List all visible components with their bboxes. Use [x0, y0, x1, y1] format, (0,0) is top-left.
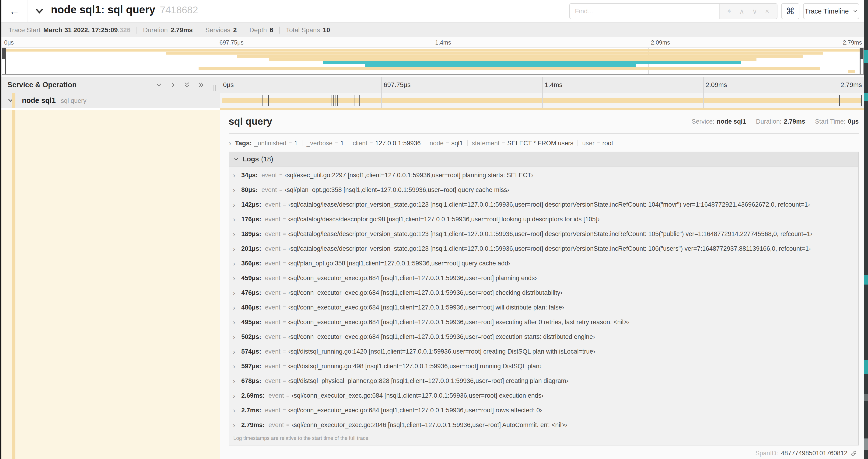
log-row[interactable]: ›201μs:event=‹sql/catalog/lease/descript…	[229, 241, 858, 256]
log-timestamp: 678μs:	[241, 378, 261, 385]
span-row-node-sql1: node sql1sql query	[1, 93, 864, 108]
log-row[interactable]: ›476μs:event=‹sql/conn_executor_exec.go:…	[229, 286, 858, 300]
separator	[243, 27, 243, 34]
collapse-trace-icon[interactable]	[34, 6, 44, 17]
chevron-right-icon: ›	[233, 392, 240, 399]
log-row[interactable]: ›34μs:event=‹sql/exec_util.go:2297 [nsql…	[229, 168, 858, 183]
span-name-cell[interactable]: node sql1sql query	[1, 93, 220, 108]
service-color-stripe	[12, 110, 16, 459]
chevron-right-icon: ›	[233, 319, 240, 326]
equals-sign: =	[286, 393, 289, 399]
separator	[302, 140, 302, 146]
tag-value: SELECT * FROM users	[507, 140, 573, 147]
jaeger-trace-page: ← node sql1: sql query7418682 ⌖∧∨× ⌘ Tra…	[0, 0, 868, 459]
log-row[interactable]: ›80μs:event=‹sql/plan_opt.go:358 [nsql1,…	[229, 183, 858, 197]
clear-icon[interactable]: ×	[765, 7, 769, 15]
log-row[interactable]: ›486μs:event=‹sql/conn_executor_exec.go:…	[229, 300, 858, 315]
chevron-right-icon: ›	[233, 172, 240, 179]
log-row[interactable]: ›2.69ms:event=‹sql/conn_executor_exec.go…	[229, 388, 858, 403]
minimap-left-handle[interactable]	[2, 48, 6, 59]
column-resizer-grip[interactable]	[214, 85, 216, 91]
span-detail-panel: sql query Service:node sql1Duration:2.79…	[220, 110, 864, 459]
log-field-value: ‹sql/conn_executor_exec.go:684 [nsql1,cl…	[288, 319, 629, 326]
chevron-down-icon[interactable]: ∨	[752, 7, 757, 15]
log-field-value: ‹sql/catalog/descs/descriptor.go:98 [nsq…	[288, 216, 599, 223]
gridline	[381, 77, 382, 93]
log-timestamp: 597μs:	[241, 363, 261, 370]
chevron-down-icon	[852, 7, 858, 15]
tags-label: Tags:	[235, 139, 252, 147]
log-field-name: event	[265, 363, 280, 370]
equals-sign: =	[283, 363, 286, 369]
tags-accordion[interactable]: › Tags: _unfinished=1_verbose=1client=12…	[229, 137, 859, 152]
summary-item-value: 2.79ms	[170, 26, 193, 34]
target-icon[interactable]: ⌖	[727, 7, 732, 15]
summary-item: Duration2.79ms	[143, 26, 193, 34]
log-timestamp: 476μs:	[241, 289, 261, 296]
log-field-name: event	[265, 245, 280, 252]
separator	[136, 27, 137, 34]
chevron-right-icon: ›	[233, 422, 240, 429]
keyboard-shortcuts-button[interactable]: ⌘	[781, 3, 799, 19]
log-row[interactable]: ›2.79ms:event=‹sql/conn_executor_exec.go…	[229, 418, 858, 432]
tag-value: root	[602, 140, 613, 147]
log-field-value: ‹sql/conn_executor_exec.go:2046 [nsql1,c…	[292, 421, 567, 429]
collapse-all-icon[interactable]	[183, 81, 190, 88]
expand-all-icon[interactable]	[197, 81, 205, 88]
log-row[interactable]: ›176μs:event=‹sql/catalog/descs/descript…	[229, 212, 858, 227]
log-marker	[262, 95, 263, 106]
trace-title-text: node sql1: sql query	[51, 3, 155, 15]
collapse-one-icon[interactable]	[155, 81, 162, 88]
summary-item-value: March 31 2022, 17:25:09	[43, 26, 118, 34]
link-icon[interactable]	[850, 450, 857, 457]
chevron-right-icon: ›	[233, 201, 240, 208]
log-field-value: ‹sql/conn_executor_exec.go:684 [nsql1,cl…	[288, 333, 595, 340]
equals-sign: =	[279, 187, 282, 193]
timeline-header-row: Service & Operation 0μs697.75μs1.4ms2.09…	[1, 77, 864, 93]
chevron-right-icon: ›	[229, 139, 231, 147]
log-row[interactable]: ›366μs:event=‹sql/plan_opt.go:358 [nsql1…	[229, 256, 858, 271]
service-operation-title: Service & Operation	[7, 81, 76, 89]
equals-sign: =	[283, 231, 286, 237]
log-row[interactable]: ›574μs:event=‹sql/distsql_running.go:142…	[229, 344, 858, 359]
log-timestamp: 2.79ms:	[241, 421, 265, 429]
trace-view-selector[interactable]: Trace Timeline	[803, 3, 859, 19]
log-row[interactable]: ›495μs:event=‹sql/conn_executor_exec.go:…	[229, 315, 858, 330]
log-row[interactable]: ›678μs:event=‹sql/distsql_physical_plann…	[229, 374, 858, 388]
chevron-right-icon: ›	[233, 231, 240, 238]
chevron-right-icon: ›	[233, 407, 240, 414]
log-field-value: ‹sql/exec_util.go:2297 [nsql1,client=127…	[285, 172, 533, 179]
log-field-name: event	[265, 230, 280, 238]
span-detail-header: sql query Service:node sql1Duration:2.79…	[229, 114, 859, 129]
back-button[interactable]: ←	[1, 0, 28, 22]
tag-key: node	[430, 140, 443, 147]
log-marker	[255, 95, 255, 106]
find-box: ⌖∧∨×	[569, 3, 777, 19]
equals-sign: =	[597, 140, 600, 146]
log-row[interactable]: ›597μs:event=‹sql/distsql_running.go:498…	[229, 359, 858, 374]
equals-sign: =	[370, 140, 373, 146]
find-input[interactable]	[570, 4, 719, 19]
chevron-right-icon: ›	[233, 333, 240, 340]
expand-one-icon[interactable]	[169, 81, 177, 88]
service-color-stripe	[12, 93, 16, 108]
separator	[425, 140, 425, 146]
summary-item: Total Spans10	[286, 26, 330, 34]
minimap-right-handle[interactable]	[860, 48, 863, 59]
log-field-name: event	[265, 378, 280, 385]
log-field-name: event	[265, 333, 280, 340]
equals-sign: =	[283, 201, 286, 208]
chevron-up-icon[interactable]: ∧	[739, 7, 744, 15]
log-row[interactable]: ›2.7ms:event=‹sql/conn_executor_exec.go:…	[229, 403, 858, 418]
tag-key: statement	[472, 140, 500, 147]
log-marker	[328, 95, 328, 106]
trace-summary-bar: Trace StartMarch 31 2022, 17:25:09.326Du…	[1, 23, 864, 37]
minimap-canvas[interactable]	[2, 47, 864, 75]
log-row[interactable]: ›142μs:event=‹sql/catalog/lease/descript…	[229, 197, 858, 212]
log-row[interactable]: ›502μs:event=‹sql/conn_executor_exec.go:…	[229, 330, 858, 344]
log-row[interactable]: ›189μs:event=‹sql/catalog/lease/descript…	[229, 227, 858, 241]
tag-item: node=sql1	[430, 140, 463, 147]
logs-accordion-header[interactable]: Logs (18)	[229, 152, 858, 167]
log-row[interactable]: ›459μs:event=‹sql/conn_executor_exec.go:…	[229, 271, 858, 286]
minimap-span-bar	[323, 61, 741, 64]
